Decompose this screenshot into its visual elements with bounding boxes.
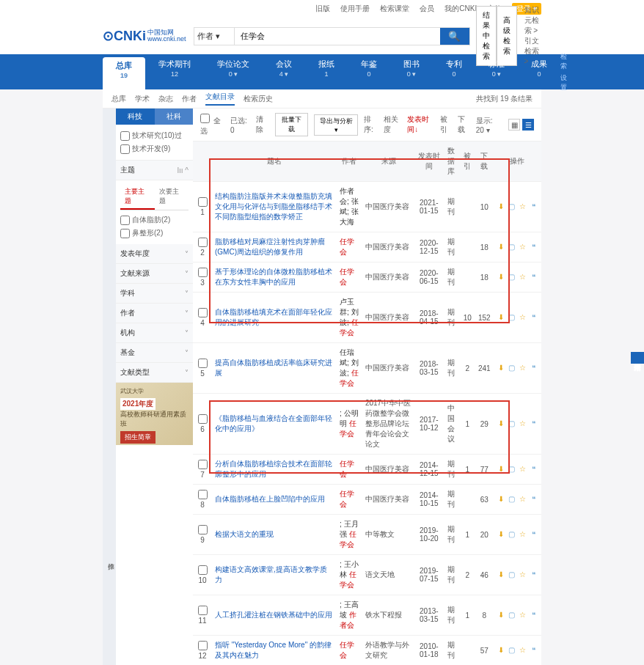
result-source[interactable]: 中国医疗美容 bbox=[362, 232, 415, 262]
quote-icon[interactable]: ❝ bbox=[530, 611, 538, 620]
knowledge-element-link[interactable]: 知识元检索 > bbox=[524, 5, 541, 36]
nav-tab[interactable]: 报纸1 bbox=[305, 54, 348, 89]
topbar-link[interactable]: 旧版 bbox=[315, 4, 330, 14]
quote-icon[interactable]: ❝ bbox=[530, 530, 538, 539]
result-author[interactable]: ; 王月强 任学会 bbox=[337, 515, 362, 555]
row-checkbox[interactable] bbox=[198, 606, 208, 615]
quote-icon[interactable]: ❝ bbox=[530, 465, 538, 474]
theme-tab-main[interactable]: 主要主题 bbox=[120, 185, 155, 210]
result-source[interactable]: 语文天地 bbox=[362, 555, 415, 595]
read-icon[interactable]: ▢ bbox=[508, 364, 516, 372]
row-checkbox[interactable] bbox=[198, 565, 208, 575]
download-icon[interactable]: ⬇ bbox=[497, 611, 505, 620]
nav-tab[interactable]: 成果0 bbox=[518, 54, 560, 89]
nav-side-link[interactable]: 检索 bbox=[560, 52, 567, 71]
result-source[interactable]: 中国医疗美容 bbox=[362, 343, 415, 394]
star-icon[interactable]: ☆ bbox=[519, 611, 527, 620]
read-icon[interactable]: ▢ bbox=[508, 570, 516, 579]
sidebar-ad[interactable]: 武汉大学 2021年度 高校教师科研通用素质班 招生简章 bbox=[116, 383, 193, 445]
result-source[interactable]: 中国医疗美容 bbox=[362, 182, 415, 232]
row-checkbox[interactable] bbox=[198, 308, 208, 317]
subbar-item[interactable]: 文献目录 bbox=[205, 92, 235, 106]
per-page[interactable]: 显示: 20 ▾ bbox=[476, 116, 502, 134]
download-icon[interactable]: ⬇ bbox=[497, 364, 505, 372]
row-checkbox[interactable] bbox=[198, 641, 208, 650]
result-title[interactable]: 构建语文高效课堂,提高语文教学质力 bbox=[212, 555, 337, 595]
row-checkbox[interactable] bbox=[198, 197, 208, 207]
read-icon[interactable]: ▢ bbox=[508, 273, 516, 282]
batch-download-button[interactable]: 批量下载 bbox=[275, 113, 308, 136]
download-icon[interactable]: ⬇ bbox=[497, 465, 505, 474]
star-icon[interactable]: ☆ bbox=[519, 313, 527, 322]
view-grid-icon[interactable]: ▦ bbox=[508, 119, 520, 131]
clear-selection[interactable]: 清除 bbox=[256, 114, 268, 135]
sort-relevance[interactable]: 相关度 bbox=[384, 114, 402, 135]
result-source[interactable]: 中国医疗美容 bbox=[362, 262, 415, 293]
row-checkbox[interactable] bbox=[198, 359, 208, 368]
quote-icon[interactable]: ❝ bbox=[530, 419, 538, 428]
download-icon[interactable]: ⬇ bbox=[497, 273, 505, 282]
star-icon[interactable]: ☆ bbox=[519, 273, 527, 282]
result-title[interactable]: 指听 "Yesterday Once More" 的韵律及其内在魅力 bbox=[212, 636, 337, 666]
site-logo[interactable]: ⊙CNKi 中国知网www.cnki.net bbox=[103, 25, 186, 47]
nav-tab[interactable]: 会议4 ▾ bbox=[263, 54, 305, 89]
subbar-item[interactable]: 学术 bbox=[135, 94, 150, 104]
read-icon[interactable]: ▢ bbox=[508, 202, 516, 211]
star-icon[interactable]: ☆ bbox=[519, 419, 527, 428]
result-author[interactable]: 卢玉群; 刘波; 任学会 bbox=[337, 293, 362, 343]
quote-icon[interactable]: ❝ bbox=[530, 646, 538, 655]
sidebar-section[interactable]: 发表年度˅ bbox=[116, 244, 193, 264]
download-icon[interactable]: ⬇ bbox=[497, 313, 505, 322]
result-source[interactable]: 中等教文 bbox=[362, 515, 415, 555]
quote-icon[interactable]: ❝ bbox=[530, 243, 538, 251]
result-author[interactable]: 任瑞斌; 刘波; 任学会 bbox=[337, 343, 362, 394]
topbar-link[interactable]: 会员 bbox=[420, 4, 434, 14]
topbar-link[interactable]: 检索课堂 bbox=[380, 4, 409, 14]
result-source[interactable]: 中国医疗美容 bbox=[362, 455, 415, 485]
star-icon[interactable]: ☆ bbox=[519, 530, 527, 539]
result-source[interactable]: 铁水下程报 bbox=[362, 595, 415, 636]
feedback-float[interactable]: 来露华原信询 bbox=[631, 352, 644, 364]
row-checkbox[interactable] bbox=[198, 268, 208, 277]
star-icon[interactable]: ☆ bbox=[519, 646, 527, 655]
nav-tab[interactable]: 图书0 ▾ bbox=[390, 54, 433, 89]
quote-icon[interactable]: ❝ bbox=[530, 313, 538, 322]
sort-cite[interactable]: 被引 bbox=[440, 114, 452, 135]
sidebar-tab-tech[interactable]: 科技 bbox=[116, 109, 155, 125]
sidebar-section[interactable]: 作者˅ bbox=[116, 304, 193, 323]
result-author[interactable]: 任学会 bbox=[337, 485, 362, 515]
search-input[interactable] bbox=[235, 28, 440, 45]
sidebar-tab-social[interactable]: 社科 bbox=[155, 109, 194, 125]
result-author[interactable]: 任学会 bbox=[337, 232, 362, 262]
result-title[interactable]: 基于形体理论的自体微粒脂肪移植术在东方女性丰胸中的应用 bbox=[212, 262, 337, 293]
result-author[interactable]: 任学会 bbox=[337, 636, 362, 666]
result-title[interactable]: 自体脂肪移植填充术在面部年轻化应用的进展研究 bbox=[212, 293, 337, 343]
quote-icon[interactable]: ❝ bbox=[530, 273, 538, 282]
read-icon[interactable]: ▢ bbox=[508, 243, 516, 251]
result-title[interactable]: 分析自体脂肪移植综合技术在面部轮廓整形中的应用 bbox=[212, 455, 337, 485]
topbar-link[interactable]: 使用手册 bbox=[340, 4, 370, 14]
quote-icon[interactable]: ❝ bbox=[530, 364, 538, 372]
result-author[interactable]: 任学会 bbox=[337, 455, 362, 485]
result-author[interactable]: 任学会 bbox=[337, 262, 362, 293]
read-icon[interactable]: ▢ bbox=[508, 465, 516, 474]
sort-date[interactable]: 发表时间↓ bbox=[407, 114, 434, 135]
star-icon[interactable]: ☆ bbox=[519, 495, 527, 504]
sidebar-section-theme[interactable]: 主题lıı ^ bbox=[116, 161, 193, 180]
nav-side-link[interactable]: 设置 bbox=[560, 73, 567, 92]
side-rail[interactable]: 操作 bbox=[103, 109, 116, 665]
result-author[interactable]: ; 公明明 任学会 bbox=[337, 394, 362, 455]
row-checkbox[interactable] bbox=[198, 525, 208, 534]
filter-checkbox[interactable] bbox=[120, 229, 130, 238]
search-button[interactable]: 🔍 bbox=[440, 28, 469, 45]
result-title[interactable]: 结构脂肪注脂版并术未做整脂肪充填文化用与化评估与到脂坐脂移结手术不同防脂型组指的… bbox=[212, 182, 337, 232]
result-title[interactable]: 提高自体脂肪移植成活率临床研究进展 bbox=[212, 343, 337, 394]
select-all[interactable]: 全选 bbox=[200, 114, 224, 136]
result-source[interactable]: 中国医疗美容 bbox=[362, 485, 415, 515]
download-icon[interactable]: ⬇ bbox=[497, 495, 505, 504]
result-title[interactable]: 脂肪移植对局麻症注射性肉芽肿瘤(GMC)周边组织的修复作用 bbox=[212, 232, 337, 262]
download-icon[interactable]: ⬇ bbox=[497, 570, 505, 579]
result-title[interactable]: 人工挤孔灌注桩在钢铁基础中的应用 bbox=[212, 595, 337, 636]
quote-icon[interactable]: ❝ bbox=[530, 202, 538, 211]
download-icon[interactable]: ⬇ bbox=[497, 243, 505, 251]
